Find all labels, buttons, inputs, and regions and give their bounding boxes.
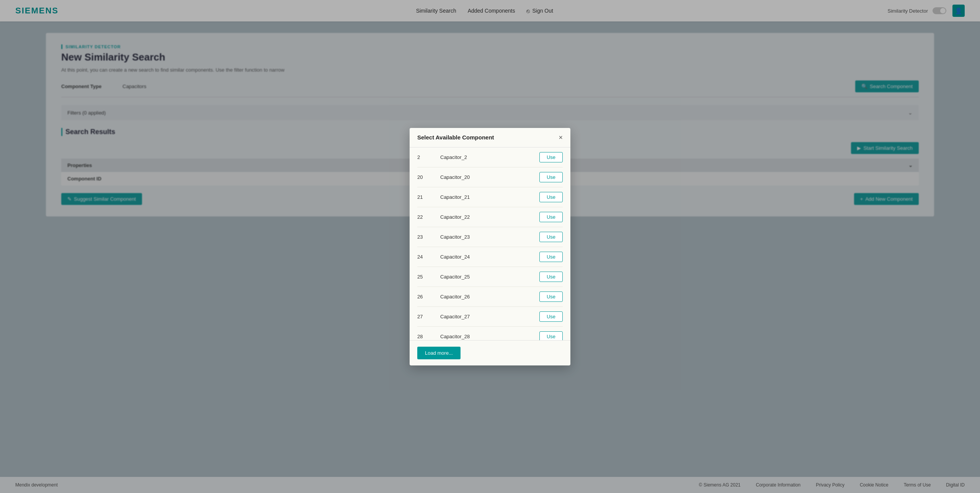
modal-body: 2 Capacitor_2 Use 20 Capacitor_20 Use 21…: [410, 147, 570, 340]
component-list-item: 27 Capacitor_27 Use: [417, 307, 563, 327]
component-id-cell: 21: [417, 194, 433, 200]
component-id-cell: 24: [417, 254, 433, 260]
component-id-cell: 20: [417, 174, 433, 180]
use-component-button[interactable]: Use: [539, 311, 563, 322]
component-id-cell: 28: [417, 334, 433, 339]
component-list-item: 23 Capacitor_23 Use: [417, 227, 563, 247]
component-id-cell: 2: [417, 154, 433, 160]
component-id-cell: 25: [417, 274, 433, 280]
use-component-button[interactable]: Use: [539, 192, 563, 202]
modal-close-button[interactable]: ×: [559, 134, 563, 141]
modal-overlay[interactable]: Select Available Component × 2 Capacitor…: [0, 0, 980, 493]
component-list-item: 20 Capacitor_20 Use: [417, 167, 563, 187]
use-component-button[interactable]: Use: [539, 232, 563, 242]
select-component-modal: Select Available Component × 2 Capacitor…: [410, 128, 570, 365]
component-name-cell: Capacitor_25: [440, 274, 532, 280]
use-component-button[interactable]: Use: [539, 152, 563, 162]
use-component-button[interactable]: Use: [539, 212, 563, 222]
component-name-cell: Capacitor_28: [440, 334, 532, 339]
use-component-button[interactable]: Use: [539, 331, 563, 340]
component-list-item: 26 Capacitor_26 Use: [417, 287, 563, 307]
component-name-cell: Capacitor_21: [440, 194, 532, 200]
component-list-item: 24 Capacitor_24 Use: [417, 247, 563, 267]
component-name-cell: Capacitor_27: [440, 314, 532, 319]
component-name-cell: Capacitor_24: [440, 254, 532, 260]
component-name-cell: Capacitor_20: [440, 174, 532, 180]
component-name-cell: Capacitor_2: [440, 154, 532, 160]
component-id-cell: 27: [417, 314, 433, 319]
modal-header: Select Available Component ×: [410, 128, 570, 147]
use-component-button[interactable]: Use: [539, 272, 563, 282]
component-name-cell: Capacitor_26: [440, 294, 532, 300]
component-list-item: 22 Capacitor_22 Use: [417, 207, 563, 227]
modal-title: Select Available Component: [417, 134, 494, 141]
component-id-cell: 26: [417, 294, 433, 300]
component-name-cell: Capacitor_22: [440, 214, 532, 220]
component-id-cell: 23: [417, 234, 433, 240]
use-component-button[interactable]: Use: [539, 292, 563, 302]
component-list-item: 25 Capacitor_25 Use: [417, 267, 563, 287]
component-list-item: 21 Capacitor_21 Use: [417, 187, 563, 207]
component-list-item: 2 Capacitor_2 Use: [417, 147, 563, 167]
component-id-cell: 22: [417, 214, 433, 220]
modal-footer: Load more...: [410, 340, 570, 365]
component-list-item: 28 Capacitor_28 Use: [417, 327, 563, 340]
use-component-button[interactable]: Use: [539, 252, 563, 262]
component-name-cell: Capacitor_23: [440, 234, 532, 240]
load-more-button[interactable]: Load more...: [417, 347, 461, 359]
use-component-button[interactable]: Use: [539, 172, 563, 182]
